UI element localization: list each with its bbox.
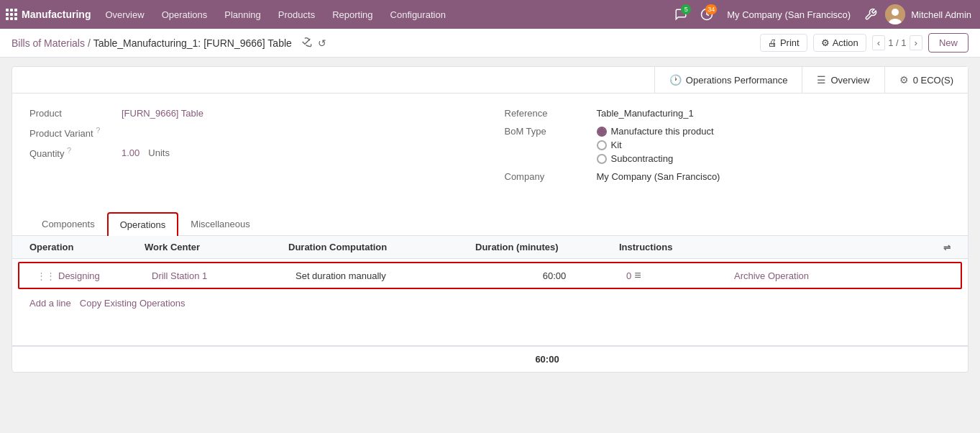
breadcrumb-link[interactable]: Bills of Materials	[12, 37, 85, 49]
col-work-center: Work Center	[145, 242, 288, 252]
field-quantity: Quantity ? 1.00 Units	[29, 146, 476, 159]
print-icon: 🖨	[768, 37, 777, 48]
table-header: Operation Work Center Duration Computati…	[12, 236, 968, 259]
reference-label: Reference	[505, 108, 591, 119]
tools-icon[interactable]	[859, 3, 882, 26]
form-card: 🕐 Operations Performance ☰ Overview ⚙ 0 …	[12, 66, 968, 373]
activity-icon[interactable]: 34	[695, 3, 718, 26]
bom-type-manufacture[interactable]: Manufacture this product	[597, 126, 714, 137]
list-view-icon[interactable]: ≡	[634, 269, 641, 282]
product-variant-help[interactable]: ?	[96, 126, 100, 135]
cell-archive: Archive Operation	[734, 270, 915, 281]
cell-duration-computation: Set duration manually	[296, 270, 482, 281]
table-section: Operation Work Center Duration Computati…	[12, 236, 968, 372]
discuss-badge: 5	[681, 4, 691, 14]
field-company: Company My Company (San Francisco)	[505, 171, 951, 182]
table-settings-icon[interactable]: ⇌	[943, 242, 951, 252]
cell-work-center: Drill Station 1	[152, 270, 296, 281]
add-line-button[interactable]: Add a line	[29, 298, 71, 309]
col-operation: Operation	[29, 242, 145, 252]
app-logo[interactable]: Manufacturing	[6, 9, 91, 20]
top-navigation: Manufacturing Overview Operations Planni…	[0, 0, 980, 29]
action-bar: 🕐 Operations Performance ☰ Overview ⚙ 0 …	[12, 67, 968, 94]
overview-icon: ☰	[817, 74, 826, 86]
cloud-save-icon[interactable]	[301, 36, 312, 50]
pager-next[interactable]: ›	[910, 35, 922, 50]
overview-label: Overview	[830, 75, 869, 86]
form-row-main: Product [FURN_9666] Table Product Varian…	[29, 108, 951, 189]
breadcrumb-current: Table_Manufacturing_1: [FURN_9666] Table	[93, 37, 292, 49]
main-content: 🕐 Operations Performance ☰ Overview ⚙ 0 …	[0, 58, 980, 381]
nav-reporting[interactable]: Reporting	[324, 0, 381, 29]
product-value[interactable]: [FURN_9666] Table	[122, 108, 203, 119]
new-button[interactable]: New	[928, 33, 968, 53]
col-duration-computation: Duration Computation	[288, 242, 475, 252]
clock-icon: 🕐	[669, 74, 682, 86]
table-row: ⋮⋮ Designing Drill Station 1 Set duratio…	[18, 262, 962, 289]
refresh-icon[interactable]: ↺	[318, 37, 326, 49]
nav-operations[interactable]: Operations	[153, 0, 216, 29]
ops-performance-label: Operations Performance	[686, 75, 788, 86]
eco-icon: ⚙	[899, 74, 909, 86]
breadcrumb-icons: ↺	[301, 36, 326, 50]
breadcrumb-bar: Bills of Materials / Table_Manufacturing…	[0, 29, 980, 58]
field-bom-type: BoM Type Manufacture this product Kit	[505, 126, 951, 164]
quantity-label: Quantity ?	[29, 146, 116, 159]
radio-subcontracting	[597, 154, 607, 164]
operation-value[interactable]: Designing	[58, 270, 100, 281]
bom-type-subcontracting[interactable]: Subcontracting	[597, 153, 714, 164]
total-value: 60:00	[475, 354, 619, 365]
app-name: Manufacturing	[22, 9, 91, 20]
quantity-help[interactable]: ?	[67, 146, 71, 155]
tab-miscellaneous[interactable]: Miscellaneous	[178, 212, 262, 236]
gear-icon: ⚙	[821, 37, 830, 48]
ops-performance-button[interactable]: 🕐 Operations Performance	[654, 67, 802, 93]
nav-configuration[interactable]: Configuration	[382, 0, 454, 29]
action-button[interactable]: ⚙ Action	[813, 34, 866, 52]
breadcrumb-separator: /	[88, 37, 91, 49]
tab-components[interactable]: Components	[29, 212, 107, 236]
eco-button[interactable]: ⚙ 0 ECO(S)	[884, 67, 968, 93]
bom-type-subcontracting-label: Subcontracting	[611, 153, 674, 164]
bom-type-kit-label: Kit	[611, 140, 622, 150]
print-label: Print	[780, 37, 800, 48]
archive-button[interactable]: Archive Operation	[734, 270, 809, 281]
bom-type-kit[interactable]: Kit	[597, 140, 714, 150]
separator	[12, 337, 968, 346]
breadcrumb-right: 🖨 Print ⚙ Action ‹ 1 / 1 › New	[760, 33, 968, 53]
company-value: My Company (San Francisco)	[597, 171, 720, 182]
print-button[interactable]: 🖨 Print	[760, 34, 807, 52]
row-actions: Add a line Copy Existing Operations	[12, 292, 968, 314]
col-instructions: Instructions	[619, 242, 727, 252]
bom-type-group: Manufacture this product Kit Subcontract…	[597, 126, 714, 164]
work-center-value[interactable]: Drill Station 1	[152, 270, 207, 281]
cell-instructions: 0 ≡	[626, 269, 734, 282]
total-row: 60:00	[12, 346, 968, 372]
eco-label: 0 ECO(S)	[913, 75, 953, 86]
overview-button[interactable]: ☰ Overview	[802, 67, 884, 93]
discuss-icon[interactable]: 5	[669, 3, 692, 26]
nav-planning[interactable]: Planning	[216, 0, 270, 29]
quantity-value[interactable]: 1.00	[122, 147, 139, 158]
company-name: My Company (San Francisco)	[721, 9, 856, 20]
empty-row-1	[12, 314, 968, 337]
activity-badge: 34	[705, 4, 717, 14]
tab-operations[interactable]: Operations	[107, 212, 179, 236]
field-product: Product [FURN_9666] Table	[29, 108, 476, 119]
col-settings: ⇌	[922, 242, 951, 252]
duration-computation-value: Set duration manually	[296, 270, 386, 281]
breadcrumb: Bills of Materials / Table_Manufacturing…	[12, 36, 760, 50]
drag-handle-icon[interactable]: ⋮⋮	[37, 270, 55, 281]
reference-value: Table_Manufacturing_1	[597, 108, 694, 119]
cell-operation: ⋮⋮ Designing	[37, 270, 152, 281]
copy-existing-button[interactable]: Copy Existing Operations	[80, 298, 186, 309]
avatar[interactable]	[885, 4, 905, 24]
tabs: Components Operations Miscellaneous	[12, 212, 968, 236]
pager: ‹ 1 / 1 ›	[872, 35, 922, 50]
nav-overview[interactable]: Overview	[96, 0, 152, 29]
pager-prev[interactable]: ‹	[872, 35, 885, 50]
instructions-count[interactable]: 0	[626, 270, 631, 281]
nav-products[interactable]: Products	[270, 0, 324, 29]
pager-text: 1 / 1	[888, 37, 906, 48]
quantity-unit: Units	[148, 147, 170, 158]
